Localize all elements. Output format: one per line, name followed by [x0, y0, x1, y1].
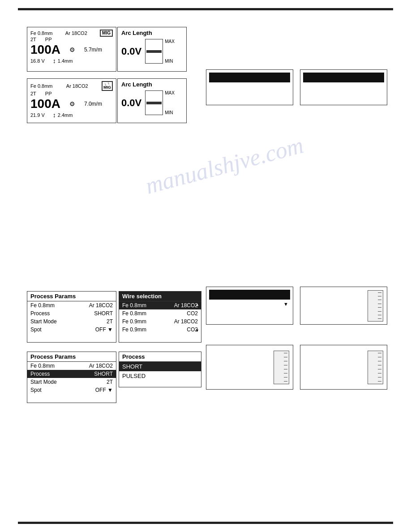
- mig-display-panel-2: Fe 0.8mm Ar 18CO2 ┐└ MIG 2T PP 100A ⚙ 7.…: [27, 78, 116, 123]
- mig-wire-len-1: 1.4mm: [58, 58, 73, 64]
- bottom-bar: [18, 522, 393, 524]
- proc2-row-1-label: Start Mode: [30, 379, 57, 385]
- mig-badge-2: ┐└ MIG: [102, 81, 113, 91]
- mig-gas-label-2: Ar 18CO2: [66, 83, 88, 89]
- proc2-row-1-value: 2T: [107, 379, 113, 385]
- proc2-row-2-value: OFF ▼: [95, 387, 113, 393]
- wire-row-3[interactable]: Fe 0.9mm CO2 ▼: [119, 326, 201, 334]
- mig-wire-icon-1: ⚙: [69, 46, 75, 53]
- mig-display-panel-1: Fe 0.8mm Ar 18CO2 MIG 2T PP 100A ⚙ 5.7m/…: [27, 27, 116, 72]
- proc2-row-0-value: SHORT: [94, 371, 113, 377]
- right-display-top-right: [300, 69, 387, 105]
- mig-badge-1: MIG: [100, 30, 113, 37]
- proc-row-0-value: SHORT: [94, 310, 113, 317]
- wire-scroll-down[interactable]: ▼: [195, 328, 199, 333]
- vertical-slider-4b[interactable]: [368, 351, 383, 384]
- process-panel-header: Process: [119, 352, 201, 362]
- proc-row-2-label: Spot: [30, 326, 42, 333]
- mig-process-2: PP: [45, 91, 52, 96]
- proc-params-2-row-1: Start Mode 2T: [27, 378, 116, 386]
- arc-min-label-1: MIN: [165, 59, 175, 64]
- wire-row-1[interactable]: Fe 0.8mm CO2: [119, 309, 201, 317]
- wire-row-2-col1: Fe 0.9mm: [122, 318, 146, 325]
- wire-scroll-up[interactable]: ▲: [195, 302, 199, 307]
- proc-params-1-row-1: Start Mode 2T: [27, 317, 116, 326]
- mig-mode-1: 2T: [30, 37, 36, 42]
- arc-value-1: 0.0V: [121, 46, 141, 57]
- black-bar-tl: [209, 73, 290, 82]
- proc-params-2-wire-row: Fe 0.8mm Ar 18CO2: [27, 362, 116, 370]
- mig-voltage-1: 16.8 V: [30, 58, 45, 64]
- process-row-short[interactable]: SHORT: [119, 362, 201, 371]
- proc-params-1-wire-row: Fe 0.8mm Ar 18CO2: [27, 301, 116, 309]
- wire-row-0-col1: Fe 0.8mm: [122, 302, 146, 309]
- mig-wire-label-2: Fe 0.8mm: [30, 83, 53, 89]
- arc-slider-2[interactable]: [145, 90, 163, 115]
- mig-mode-2: 2T: [30, 91, 36, 96]
- dropdown-arrow-3a[interactable]: ▼: [283, 301, 288, 307]
- wire-row-1-col2: CO2: [187, 310, 198, 317]
- mig-wire-icon-2: ⚙: [69, 100, 75, 107]
- proc-row-1-label: Start Mode: [30, 318, 57, 325]
- wire-row-0-col2: Ar 18CO2: [174, 302, 198, 309]
- right-panel-3b: [300, 287, 387, 325]
- mig-wire-label-1: Fe 0.8mm: [30, 30, 53, 36]
- wire-row-1-col1: Fe 0.8mm: [122, 310, 146, 317]
- process-short-label: SHORT: [122, 363, 142, 370]
- proc-params-1-row-2: Spot OFF ▼: [27, 326, 116, 334]
- wire-sel-header: Wire selection: [119, 292, 201, 301]
- proc-params-2-header: Process Params: [27, 352, 116, 362]
- vertical-slider-4a[interactable]: [274, 351, 289, 384]
- arc-value-2: 0.0V: [121, 97, 141, 109]
- arc-length-panel-2: Arc Length 0.0V MAX MIN: [117, 78, 187, 123]
- process-params-panel-1: Process Params Fe 0.8mm Ar 18CO2 Process…: [27, 291, 116, 343]
- mig-voltage-2: 21.9 V: [30, 112, 45, 118]
- process-selection-panel: Process SHORT PULSED: [119, 352, 201, 387]
- arc-title-1: Arc Length: [121, 30, 183, 36]
- proc-gas-2: Ar 18CO2: [89, 363, 113, 369]
- mig-gas-label-1: Ar 18CO2: [65, 30, 87, 36]
- arc-length-panel-1: Arc Length 0.0V MAX MIN: [117, 27, 187, 72]
- wire-row-2[interactable]: Fe 0.9mm Ar 18CO2: [119, 317, 201, 326]
- arc-slider-1[interactable]: [145, 39, 163, 64]
- mig-stick-icon-2: ↕: [53, 112, 56, 119]
- proc-wire-1: Fe 0.8mm: [30, 302, 55, 309]
- mig-current-1: 100A: [30, 43, 60, 57]
- black-bar-3a: [209, 290, 290, 300]
- proc2-row-2-label: Spot: [30, 387, 42, 393]
- arc-title-2: Arc Length: [121, 81, 183, 88]
- mig-wire-len-2: 2.4mm: [58, 112, 73, 118]
- right-display-top-left: [206, 69, 293, 105]
- proc-wire-2: Fe 0.8mm: [30, 363, 55, 369]
- wire-row-2-col2: Ar 18CO2: [174, 318, 198, 325]
- watermark: manualshjve.com: [143, 132, 306, 199]
- process-params-panel-2: Process Params Fe 0.8mm Ar 18CO2 Process…: [27, 352, 116, 403]
- mig-feed-rate-2: 7.0m/m: [84, 101, 102, 107]
- proc-row-2-value: OFF ▼: [95, 326, 113, 333]
- right-panel-4a: [206, 345, 293, 390]
- right-panel-3a: ▼: [206, 287, 293, 325]
- arc-min-label-2: MIN: [165, 110, 175, 115]
- proc-gas-1: Ar 18CO2: [89, 302, 113, 309]
- mig-current-2: 100A: [30, 97, 60, 111]
- proc-params-2-row-2: Spot OFF ▼: [27, 386, 116, 394]
- proc-row-0-label: Process: [30, 310, 50, 317]
- proc-params-1-row-0: Process SHORT: [27, 309, 116, 317]
- proc-params-2-row-0: Process SHORT: [27, 370, 116, 378]
- black-bar-tr: [303, 73, 384, 82]
- mig-feed-rate-1: 5.7m/m: [84, 47, 102, 53]
- wire-row-0[interactable]: Fe 0.8mm Ar 18CO2 ▲: [119, 301, 201, 309]
- proc2-row-0-label: Process: [30, 371, 50, 377]
- top-bar: [18, 8, 393, 10]
- mig-process-1: PP: [45, 37, 52, 42]
- arc-max-label-1: MAX: [165, 39, 175, 44]
- right-panel-4b: [300, 345, 387, 390]
- process-row-pulsed[interactable]: PULSED: [119, 371, 201, 381]
- wire-selection-panel: Wire selection Fe 0.8mm Ar 18CO2 ▲ Fe 0.…: [119, 291, 201, 343]
- arc-max-label-2: MAX: [165, 90, 175, 95]
- vertical-slider-3b[interactable]: [368, 290, 383, 322]
- mig-stick-icon-1: ↕: [53, 57, 56, 64]
- wire-row-3-col1: Fe 0.9mm: [122, 326, 146, 333]
- proc-params-1-header: Process Params: [27, 292, 116, 301]
- proc-row-1-value: 2T: [107, 318, 113, 325]
